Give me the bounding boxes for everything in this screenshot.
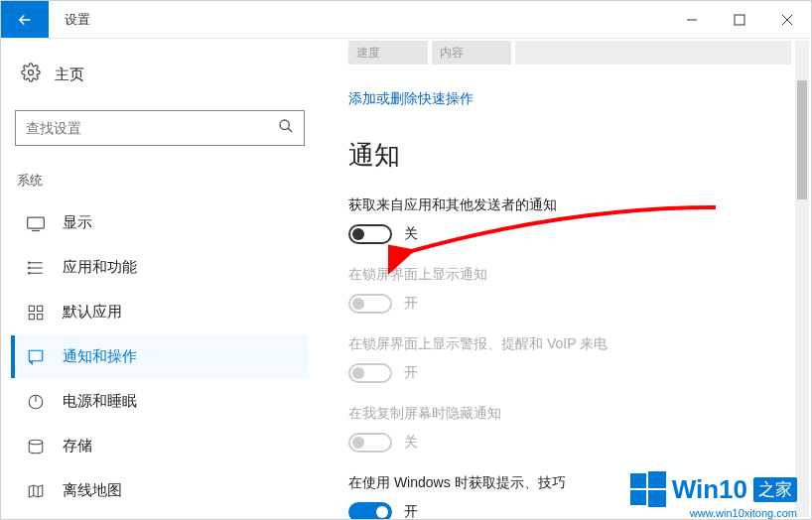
scrollbar-thumb[interactable] bbox=[797, 80, 807, 199]
maps-icon bbox=[25, 482, 47, 500]
display-icon bbox=[25, 214, 47, 232]
svg-point-5 bbox=[280, 120, 289, 129]
toggle-switch bbox=[348, 433, 392, 453]
back-button[interactable] bbox=[1, 1, 49, 38]
toggle-switch[interactable] bbox=[348, 224, 392, 244]
sidebar-item-display[interactable]: 显示 bbox=[11, 201, 309, 244]
setting-label: 获取来自应用和其他发送者的通知 bbox=[348, 196, 791, 214]
svg-rect-15 bbox=[29, 306, 34, 311]
toggle-state-label: 关 bbox=[404, 225, 418, 243]
default-apps-icon bbox=[25, 304, 47, 322]
scrollbar[interactable] bbox=[795, 41, 809, 517]
notifications-icon bbox=[25, 348, 47, 366]
apps-icon bbox=[25, 259, 47, 277]
svg-rect-26 bbox=[648, 471, 666, 488]
sidebar-item-default-apps[interactable]: 默认应用 bbox=[11, 291, 309, 333]
setting-item: 在锁屏界面上显示通知 开 bbox=[348, 266, 791, 314]
power-icon bbox=[25, 393, 47, 411]
gear-icon bbox=[21, 63, 41, 86]
sidebar-item-label: 电源和睡眠 bbox=[63, 392, 137, 411]
svg-point-13 bbox=[29, 267, 31, 269]
home-link[interactable]: 主页 bbox=[11, 57, 309, 92]
quick-action-row: 速度 内容 bbox=[348, 41, 791, 65]
sidebar-item-power[interactable]: 电源和睡眠 bbox=[11, 380, 309, 423]
toggle-state-label: 开 bbox=[404, 503, 418, 519]
svg-point-12 bbox=[29, 262, 31, 264]
windows-logo-icon bbox=[628, 469, 668, 509]
toggle-state-label: 关 bbox=[404, 434, 418, 452]
titlebar: 设置 bbox=[1, 1, 811, 39]
close-button[interactable] bbox=[763, 1, 811, 38]
group-label: 系统 bbox=[11, 172, 309, 199]
search-icon bbox=[278, 118, 294, 138]
svg-rect-27 bbox=[630, 490, 646, 505]
minimize-button[interactable] bbox=[668, 1, 716, 38]
setting-label: 在锁屏界面上显示通知 bbox=[348, 266, 791, 284]
section-title: 通知 bbox=[348, 138, 791, 173]
svg-rect-16 bbox=[38, 306, 43, 311]
watermark: Win10 之家 bbox=[628, 469, 797, 509]
sidebar-item-label: 通知和操作 bbox=[63, 347, 137, 366]
sidebar-item-apps[interactable]: 应用和功能 bbox=[11, 246, 309, 289]
sidebar-item-label: 默认应用 bbox=[63, 303, 122, 322]
sidebar: 主页 系统 显示 应用和功能 默认应用 通知和操作 电源和睡眠 存 bbox=[1, 39, 319, 519]
sidebar-item-label: 应用和功能 bbox=[63, 258, 137, 277]
window-controls bbox=[668, 1, 811, 38]
svg-rect-28 bbox=[648, 490, 666, 507]
svg-rect-25 bbox=[630, 473, 646, 488]
toggle-switch bbox=[348, 294, 392, 314]
svg-rect-17 bbox=[29, 314, 34, 319]
quick-action-empty bbox=[515, 41, 791, 65]
svg-rect-19 bbox=[29, 350, 43, 361]
sidebar-item-notifications[interactable]: 通知和操作 bbox=[11, 335, 309, 378]
home-label: 主页 bbox=[55, 65, 84, 84]
toggle-switch[interactable] bbox=[348, 502, 392, 519]
svg-point-22 bbox=[29, 440, 43, 445]
quick-action-tile[interactable]: 内容 bbox=[432, 41, 511, 65]
svg-rect-1 bbox=[735, 15, 744, 25]
watermark-sub: 之家 bbox=[753, 477, 797, 502]
search-input[interactable] bbox=[26, 120, 278, 136]
svg-rect-18 bbox=[38, 314, 43, 319]
sidebar-item-label: 显示 bbox=[63, 213, 92, 232]
watermark-brand: Win10 bbox=[672, 474, 747, 505]
watermark-url: www.win10xitong.com bbox=[690, 507, 797, 519]
svg-rect-7 bbox=[28, 217, 45, 228]
main-panel: 速度 内容 添加或删除快速操作 通知 获取来自应用和其他发送者的通知 关 在锁屏… bbox=[319, 39, 811, 519]
setting-label: 在锁屏界面上显示警报、提醒和 VoIP 来电 bbox=[348, 335, 791, 353]
storage-icon bbox=[25, 438, 47, 455]
setting-item: 在我复制屏幕时隐藏通知 关 bbox=[348, 405, 791, 453]
setting-item: 获取来自应用和其他发送者的通知 关 bbox=[348, 196, 791, 244]
setting-item: 在锁屏界面上显示警报、提醒和 VoIP 来电 开 bbox=[348, 335, 791, 383]
sidebar-item-maps[interactable]: 离线地图 bbox=[11, 469, 309, 512]
svg-point-14 bbox=[29, 272, 31, 274]
quick-action-tile[interactable]: 速度 bbox=[348, 41, 428, 65]
sidebar-item-label: 离线地图 bbox=[63, 481, 122, 500]
window-title: 设置 bbox=[49, 1, 668, 38]
svg-point-4 bbox=[29, 70, 34, 75]
search-box[interactable] bbox=[15, 110, 305, 146]
setting-label: 在我复制屏幕时隐藏通知 bbox=[348, 405, 791, 423]
edit-quick-actions-link[interactable]: 添加或删除快速操作 bbox=[348, 90, 474, 108]
maximize-button[interactable] bbox=[716, 1, 763, 38]
toggle-switch bbox=[348, 363, 392, 383]
toggle-state-label: 开 bbox=[404, 364, 418, 382]
svg-line-6 bbox=[288, 128, 292, 132]
sidebar-item-label: 存储 bbox=[63, 437, 92, 455]
sidebar-item-storage[interactable]: 存储 bbox=[11, 425, 309, 467]
toggle-state-label: 开 bbox=[404, 295, 418, 313]
